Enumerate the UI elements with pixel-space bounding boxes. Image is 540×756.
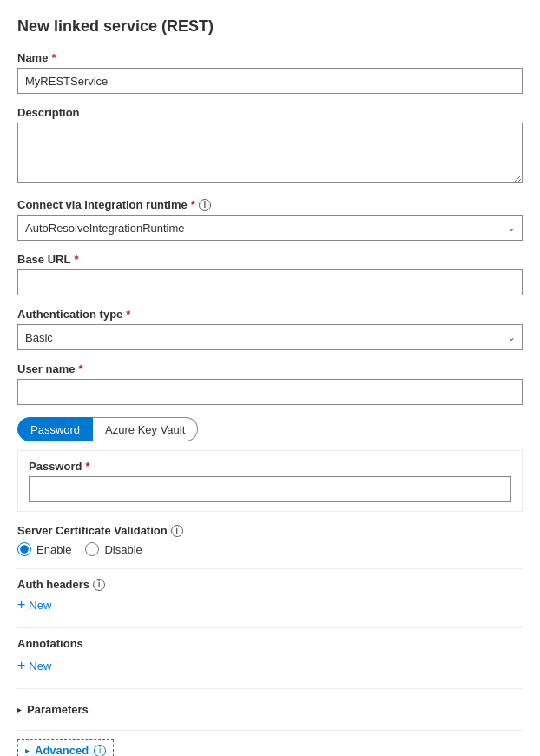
server-cert-radio-group: Enable Disable <box>17 542 523 556</box>
advanced-info-icon[interactable]: i <box>94 745 106 757</box>
advanced-label: Advanced <box>35 744 89 756</box>
base-url-label: Base URL * <box>17 253 523 266</box>
auth-headers-new-button[interactable]: + New <box>17 594 51 615</box>
auth-headers-group: Auth headers i + New <box>17 578 523 615</box>
page-title: New linked service (REST) <box>17 17 523 36</box>
parameters-row[interactable]: ▸ Parameters <box>17 698 523 721</box>
description-label: Description <box>17 106 523 119</box>
name-label: Name * <box>17 51 523 64</box>
base-url-required: * <box>74 253 78 266</box>
disable-label: Disable <box>104 543 142 556</box>
integration-runtime-group: Connect via integration runtime * i Auto… <box>17 198 523 241</box>
name-field-group: Name * <box>17 51 523 94</box>
username-required: * <box>78 362 82 375</box>
server-cert-group: Server Certificate Validation i Enable D… <box>17 524 523 556</box>
advanced-chevron-icon: ▸ <box>25 746 30 755</box>
username-input[interactable] <box>17 379 523 405</box>
enable-label: Enable <box>36 543 71 556</box>
password-section: Password * <box>17 450 523 512</box>
server-cert-info-icon[interactable]: i <box>171 525 183 537</box>
enable-radio[interactable] <box>17 542 31 556</box>
auth-headers-plus-icon: + <box>17 598 25 612</box>
azure-key-vault-tab-button[interactable]: Azure Key Vault <box>93 417 198 441</box>
advanced-group: ▸ Advanced i <box>17 739 523 756</box>
name-input[interactable] <box>17 68 523 94</box>
ir-info-icon[interactable]: i <box>199 199 211 211</box>
description-field-group: Description <box>17 106 523 186</box>
integration-runtime-label: Connect via integration runtime * i <box>17 198 523 211</box>
username-label: User name * <box>17 362 523 375</box>
auth-type-label: Authentication type * <box>17 308 523 321</box>
parameters-label: Parameters <box>27 703 89 716</box>
annotations-group: Annotations + New <box>17 637 523 676</box>
server-cert-label: Server Certificate Validation i <box>17 524 523 537</box>
disable-radio[interactable] <box>85 542 99 556</box>
auth-type-select[interactable]: Basic Anonymous Service Principal Manage… <box>17 324 523 350</box>
disable-radio-item[interactable]: Disable <box>85 542 142 556</box>
auth-type-group: Authentication type * Basic Anonymous Se… <box>17 308 523 350</box>
base-url-group: Base URL * <box>17 253 523 295</box>
auth-headers-label: Auth headers i <box>17 578 523 591</box>
annotations-new-button[interactable]: + New <box>17 655 51 676</box>
password-tab-button[interactable]: Password <box>17 417 93 441</box>
enable-radio-item[interactable]: Enable <box>17 542 71 556</box>
annotations-label: Annotations <box>17 637 523 650</box>
password-input[interactable] <box>29 476 511 502</box>
name-required: * <box>51 51 56 64</box>
auth-type-select-wrapper: Basic Anonymous Service Principal Manage… <box>17 324 523 350</box>
password-toggle-group: Password Azure Key Vault <box>17 417 523 441</box>
auth-headers-info-icon[interactable]: i <box>93 579 105 591</box>
ir-select[interactable]: AutoResolveIntegrationRuntime <box>17 215 523 241</box>
password-label: Password * <box>29 460 511 473</box>
description-input[interactable] <box>17 123 523 183</box>
parameters-chevron-icon: ▸ <box>17 705 22 714</box>
advanced-row[interactable]: ▸ Advanced i <box>17 739 114 756</box>
username-group: User name * <box>17 362 523 405</box>
annotations-plus-icon: + <box>17 659 25 673</box>
ir-select-wrapper: AutoResolveIntegrationRuntime ⌄ <box>17 215 523 241</box>
base-url-input[interactable] <box>17 269 523 295</box>
auth-type-required: * <box>126 308 130 321</box>
ir-required: * <box>191 198 195 211</box>
password-required: * <box>85 460 89 473</box>
